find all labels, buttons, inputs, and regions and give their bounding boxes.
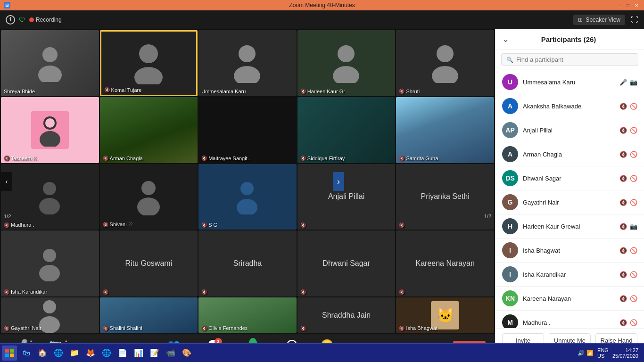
info-button[interactable]: ℹ [6,15,15,25]
video-cell-sriradha: Sriradha 🔇 [198,230,297,296]
participant-name: Harleen Kaur Grewal [523,223,615,230]
video-cell-kareena: Kareena Narayan 🔇 [396,230,494,296]
taskbar-time: 14:27 25/07/2020 [612,347,638,359]
svg-point-4 [239,45,256,62]
cell-name-komal: 🔇 Komal Tujare [104,87,142,93]
close-button[interactable]: ✕ [633,1,640,9]
svg-point-13 [43,182,56,195]
taskbar-pinned-apps[interactable]: 🛍 🏠 🌐 📁 🦊 🌐 📄 📊 📝 📹 🎨 [19,346,194,361]
cell-name-shraddha: 🔇 [300,326,306,331]
participant-icons: 🔇 📷 [619,223,637,230]
camera-off-icon: 🚫 [630,103,637,110]
camera-icon: 📷 [630,223,637,230]
mute-icon: 🔇 [300,222,306,228]
video-cell-ritu: Ritu Goswami 🔇 [100,230,198,296]
mute-icon: 🔇 [201,326,207,331]
participant-name: Anjali Pillai [523,127,615,134]
title-bar-left: ⊞ [4,2,10,8]
list-item[interactable]: G Gayathri Nair 🔇 🚫 [495,190,644,214]
search-icon: 🔍 [506,57,513,63]
list-item[interactable]: I Isha Karandikar 🔇 🚫 [495,263,644,287]
topbar-right[interactable]: ⊞ Speaker View ⛶ [573,15,638,25]
cell-name-text: Harleen Kaur Gr... [307,89,349,94]
page-nav-right-button[interactable]: › [333,172,344,191]
participant-name: Dhwani Sagar [523,175,615,182]
video-cell-siddiqua: 🔇 Siddiqua Firfiray [297,97,396,163]
participant-icons: 🔇 🚫 [619,319,637,326]
camera-off-icon: 🚫 [630,247,637,254]
mute-icon: 🔇 [103,289,108,295]
list-item[interactable]: U Ummesalama Karu 🎤 📷 [495,70,644,94]
participant-avatar: U [502,74,518,90]
cell-name-isha-b: 🔇 Isha Bhagwat [399,325,438,331]
svg-point-15 [141,181,156,195]
list-item[interactable]: M Madhura . 🔇 🚫 [495,311,644,328]
list-item[interactable]: AP Anjali Pillai 🔇 🚫 [495,118,644,142]
recording-label: Recording [36,16,62,23]
participant-avatar: A [502,98,518,114]
participant-avatar: KN [502,290,518,306]
fullscreen-button[interactable]: ⛶ [631,16,638,24]
windows-icon: ⊞ [4,2,10,8]
mute-icon: 🔇 [4,326,9,331]
mute-icon: 🔇 [201,222,207,228]
cell-name-text: Samrita Guha [406,156,438,161]
mic-muted-icon: 🔇 [619,295,627,302]
video-cell-sg: 🔇 S G [198,164,297,230]
svg-point-22 [39,316,60,333]
list-item[interactable]: KN Kareena Narayan 🔇 🚫 [495,287,644,311]
mute-icon: 🔇 [103,222,108,227]
paint-icon[interactable]: 🎨 [179,346,194,361]
minimize-button[interactable]: – [616,1,623,9]
search-input[interactable] [516,56,633,63]
restore-button[interactable]: □ [624,1,632,9]
video-cell-tasneem: 🔇 Tasneem K [1,97,99,163]
participant-avatar: A [502,146,518,162]
cell-name-shivani: 🔇 Shivani ♡ [103,222,133,228]
folder-icon[interactable]: 📁 [67,346,82,361]
speaker-view-label: Speaker View [586,16,620,23]
name-display-priyanka: Priyanka Sethi [396,164,494,230]
page-nav-left-button[interactable]: ‹ [1,172,12,191]
search-input-container[interactable]: 🔍 [501,53,638,66]
zoom-icon[interactable]: 📹 [163,346,178,361]
edge-icon[interactable]: 🌐 [99,346,114,361]
cell-name-text: Sriradha [233,259,262,268]
list-item[interactable]: A Akanksha Balkawade 🔇 🚫 [495,94,644,118]
cell-name-shalini: 🔇 Shalini Shalini [103,325,142,331]
ppt-icon[interactable]: 📊 [131,346,146,361]
video-cell-samrita: 🔇 Samrita Guha [396,97,494,163]
participant-avatar: DS [502,170,518,186]
participant-icons: 🔇 🚫 [619,103,637,110]
mic-muted-icon: 🔇 [619,271,627,278]
cell-name-samrita: 🔇 Samrita Guha [399,156,438,161]
cell-name-text: Shruti [406,89,420,94]
start-button[interactable] [2,346,17,361]
list-item[interactable]: A Arman Chagla 🔇 🚫 [495,142,644,166]
topbar-left: ℹ 🛡 Recording [6,15,62,25]
word-icon[interactable]: 📝 [147,346,162,361]
svg-point-17 [240,182,254,195]
list-item[interactable]: H Harleen Kaur Grewal 🔇 📷 [495,214,644,239]
cell-name-text: Shreya Bhide [4,89,35,94]
cell-name-sriradha: 🔇 [201,289,207,295]
search-box[interactable]: 🔍 [495,49,644,70]
tray-icon-1: 🔊 [578,350,585,356]
store-icon[interactable]: 🛍 [19,346,34,361]
window-controls[interactable]: – □ ✕ [616,1,640,9]
pdf-icon[interactable]: 📄 [115,346,130,361]
chrome-icon[interactable]: 🌐 [51,346,66,361]
firefox-icon[interactable]: 🦊 [83,346,98,361]
video-cell-olivia: 🔇 Olivia Fernandes [198,297,297,333]
video-cell-anjali: Anjali Pillai 🔇 [297,164,396,230]
list-item[interactable]: I Isha Bhagwat 🔇 🚫 [495,239,644,263]
mic-muted-icon: 🔇 [619,127,627,134]
mic-muted-icon: 🔇 [619,199,627,206]
list-item[interactable]: DS Dhwani Sagar 🔇 🚫 [495,166,644,190]
panel-collapse-button[interactable]: ⌄ [502,34,509,44]
participant-icons: 🔇 🚫 [619,127,637,134]
home-icon[interactable]: 🏠 [35,346,50,361]
speaker-view-button[interactable]: ⊞ Speaker View [573,15,625,25]
video-cell-shraddha: Shraddha Jain 🔇 [297,297,396,333]
participant-icons: 🔇 🚫 [619,247,637,254]
